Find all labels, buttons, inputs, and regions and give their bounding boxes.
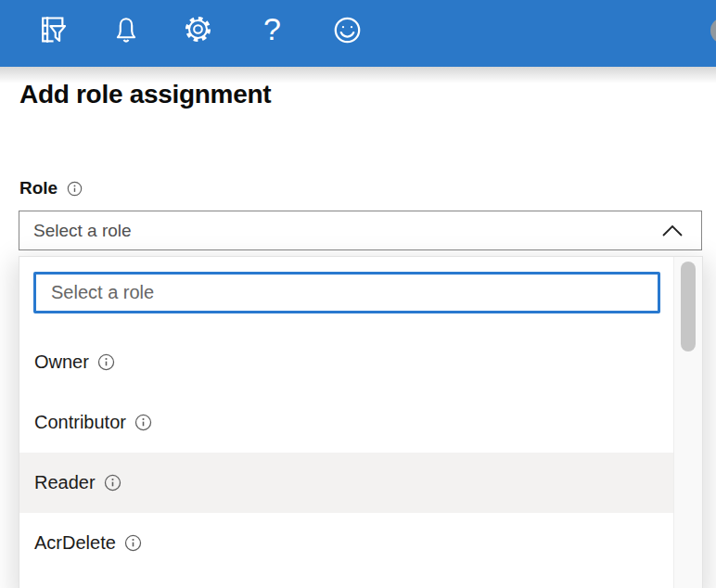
add-role-assignment-blade: ? Add role assignment Role Select a role [0,0,716,588]
option-label: AcrDelete [34,532,116,554]
role-option-contributor[interactable]: Contributor [19,392,673,453]
role-label: Role [19,178,58,198]
portal-top-bar: ? [0,0,716,67]
info-icon[interactable] [97,353,115,371]
directory-filter-icon[interactable] [34,12,70,48]
dropdown-scrollbar-thumb[interactable] [681,262,696,352]
role-options-list: Owner Contributor [19,332,673,573]
user-avatar[interactable] [710,18,716,44]
settings-gear-icon[interactable] [184,15,212,44]
chevron-up-icon [660,224,684,237]
role-option-reader[interactable]: Reader [19,453,673,513]
page-title: Add role assignment [19,80,271,109]
role-field-label-row: Role [19,178,83,198]
role-select[interactable]: Select a role [19,211,702,250]
role-search-input[interactable] [33,272,660,313]
notifications-bell-icon[interactable] [113,15,139,45]
role-dropdown-panel: Owner Contributor [19,256,703,588]
help-question-icon[interactable]: ? [263,11,281,46]
option-label: Reader [34,472,96,493]
info-icon[interactable] [124,534,142,552]
dropdown-scrollbar-track[interactable] [673,257,702,588]
role-info-icon[interactable] [67,181,83,197]
info-icon[interactable] [134,414,152,431]
role-select-value: Select a role [33,221,660,241]
role-option-owner[interactable]: Owner [19,332,673,392]
option-label: Owner [34,352,89,373]
option-label: Contributor [34,412,126,433]
info-icon[interactable] [104,474,121,492]
feedback-smiley-icon[interactable] [333,16,362,45]
role-option-acrdelete[interactable]: AcrDelete [19,513,673,573]
